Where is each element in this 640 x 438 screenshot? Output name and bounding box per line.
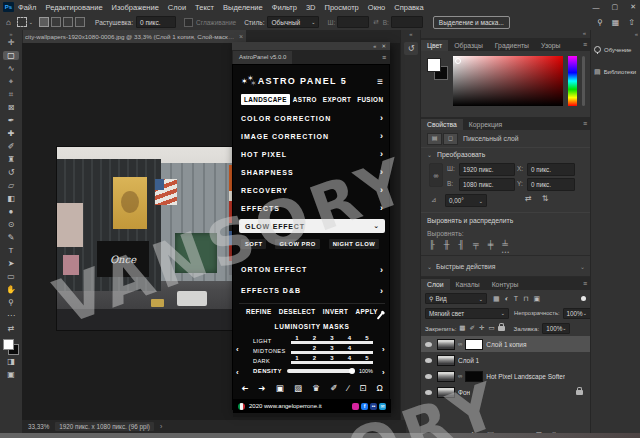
layer-mask-thumbnail[interactable] [465,339,483,350]
menu-file[interactable]: Файл [18,3,36,12]
color-panel-menu-icon[interactable]: ≡ [583,41,587,48]
flickr-icon[interactable]: •• [370,403,377,410]
marquee-tool-preset-icon[interactable] [17,17,27,27]
astropanel-menu-icon[interactable]: ≡ [377,76,383,87]
quick-mask-icon[interactable]: ◨ [3,357,19,366]
tab-astro[interactable]: ASTRO [290,94,320,105]
layers-panel-menu-icon[interactable]: ≡ [583,280,587,287]
filter-type-icon[interactable]: T [514,295,518,302]
mask-cell[interactable]: 4 [348,335,352,341]
selection-add-icon[interactable] [51,17,61,27]
minimize-icon[interactable]: — [593,4,600,11]
menu-3d[interactable]: 3D [306,3,316,12]
refine-button[interactable]: REFINE [246,308,272,315]
eyedropper-icon[interactable] [376,311,384,321]
section-effects[interactable]: EFFECTS › [241,199,383,217]
x-value-field[interactable]: 0 пикс. [527,163,575,176]
section-orton-effect[interactable]: ORTON EFFECT › [241,259,383,280]
visibility-eye-icon[interactable] [425,390,432,395]
flip-vertical-icon[interactable]: ⇅ [542,194,549,203]
tab-landscape[interactable]: LANDSCAPE [241,94,290,105]
learn-button[interactable]: Обучение [594,42,638,57]
document-tab[interactable]: city-wallpapers-1920x1080-0006.jpg @ 33,… [22,30,246,43]
layer-thumbnail[interactable] [437,355,455,366]
close-icon[interactable]: ✕ [630,3,636,11]
height-value-field[interactable]: 1080 пикс. [459,178,515,191]
foreground-color-swatch[interactable] [427,58,441,72]
frame-tool-icon[interactable]: ⊠ [3,103,19,112]
dock-collapse-icon[interactable]: « [635,31,638,37]
menu-view[interactable]: Просмотр [325,3,359,12]
flip-horizontal-icon[interactable]: ⇄ [525,194,532,203]
screen-mode-icon[interactable]: ▣ [3,370,19,379]
saturation-picker[interactable] [453,56,563,106]
section-hot-pixel[interactable]: HOT PIXEL › [241,145,383,163]
panel-tab[interactable]: Узоры [535,40,566,51]
section-sharpness[interactable]: SHARPNESS › [241,163,383,181]
visibility-eye-icon[interactable] [425,342,432,347]
mask-cell[interactable]: 1 [295,355,299,361]
hue-slider[interactable] [568,56,577,106]
gradient-tool-icon[interactable]: ◧ [3,194,19,203]
support-icon[interactable]: Ω [377,383,383,393]
frame-icon[interactable]: ⊡ [359,383,366,393]
panel-menu-icon[interactable]: ≡ [382,54,386,61]
brush-tool-icon[interactable]: ✐ [3,142,19,151]
menu-image[interactable]: Изображение [112,3,159,12]
history-panel-icon[interactable]: ↺ [404,42,418,55]
toolbar-expand-icon[interactable]: » [9,30,12,38]
menu-help[interactable]: Справка [394,3,423,12]
status-arrow-icon[interactable]: › [160,423,162,430]
filter-adjustment-icon[interactable]: ◐ [505,295,509,302]
menu-filter[interactable]: Фильтр [272,3,297,12]
align-center-h-icon[interactable]: ╫ [444,240,450,249]
align-center-v-icon[interactable]: ╪ [488,240,494,249]
levels-icon[interactable]: ▨ [294,383,302,393]
type-tool-icon[interactable]: T [3,246,19,255]
section-effects-db[interactable]: EFFECTS D&B › [241,280,383,301]
scrollbar[interactable] [582,56,585,106]
selection-intersect-icon[interactable] [75,17,85,27]
quick-actions-section[interactable]: ⌄ Быстрые действия ⌄ [421,255,591,277]
properties-panel-menu-icon[interactable]: ≡ [583,120,587,127]
panel-tab[interactable]: Свойства [421,119,463,130]
apply-button[interactable]: APPLY [356,308,378,315]
facebook-icon[interactable]: f [361,403,368,410]
mask-cell[interactable]: 2 [313,355,317,361]
blend-mode-dropdown[interactable]: Мягкий свет ⌄ [425,308,509,319]
section-recovery[interactable]: RECOVERY › [241,181,383,199]
layer-row[interactable]: ∞ Hot Pixel Landscape Softer [421,368,591,384]
width-value-field[interactable]: 1920 пикс. [459,163,515,176]
selection-new-icon[interactable] [39,17,49,27]
panel-tab[interactable]: Коррекция [463,119,508,130]
edit-toolbar-icon[interactable]: ⋯ [3,311,19,320]
zoom-level-field[interactable]: 33,33% [28,423,49,430]
selection-subtract-icon[interactable] [63,17,73,27]
crop-tool-icon[interactable]: ⌗ [3,90,19,99]
align-right-icon[interactable]: ╢ [458,240,464,249]
antialias-checkbox[interactable] [184,18,193,27]
search-icon[interactable]: ⚲ [597,18,603,27]
move-tool-icon[interactable]: ✛ [3,38,19,47]
layer-mask-thumbnail[interactable] [465,371,483,382]
width-input[interactable] [337,16,369,28]
foreground-color-swatch[interactable] [3,339,14,350]
clone-stamp-tool-icon[interactable]: ♜ [3,155,19,164]
vignette-icon[interactable]: ▣ [276,383,284,393]
lock-position-icon[interactable]: ✛ [479,324,484,332]
tab-export[interactable]: EXPORT [320,94,354,105]
marquee-tool-icon[interactable]: ▢ [3,51,19,60]
mask-cell[interactable]: 5 [365,355,369,361]
panel-tab[interactable]: Слои [421,279,450,290]
eraser-tool-icon[interactable]: ▱ [3,181,19,190]
swap-colors-icon[interactable]: ⇄ [3,324,19,333]
layer-thumbnail[interactable] [437,387,455,398]
y-value-field[interactable]: 0 пикс. [527,178,575,191]
mask-cell[interactable]: 3 [330,335,334,341]
opacity-field[interactable]: 100% ⌄ [563,308,591,319]
shape-tool-icon[interactable]: ▭ [3,272,19,281]
angle-field[interactable]: 0,00° ⌄ [445,194,487,207]
mask-cell[interactable]: 4 [348,345,352,351]
invert-button[interactable]: INVERT [323,308,349,315]
mail-icon[interactable]: ✉ [379,403,386,410]
